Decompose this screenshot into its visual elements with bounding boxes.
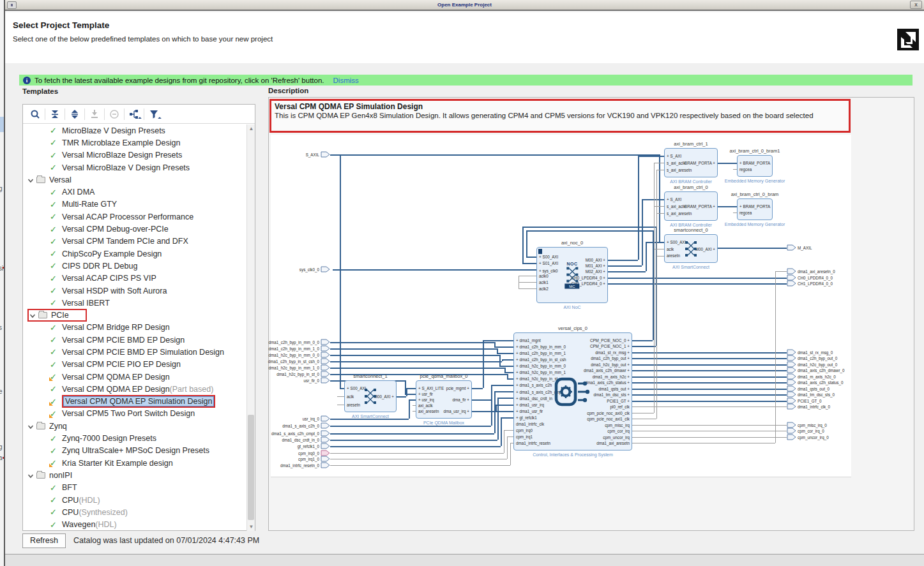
wire-segment — [632, 437, 787, 438]
external-port-m-axil: M_AXIL — [787, 244, 914, 251]
wire-segment — [330, 419, 409, 420]
port-pentagon-icon — [787, 244, 796, 251]
tree-item-kria-starter-kit-example-design[interactable]: ✓Kria Starter Kit Example design — [23, 457, 247, 469]
tree-item-versal-cpm5-two-port-switch-design[interactable]: ✓Versal CPM5 Two Port Switch Design — [23, 408, 247, 420]
block-port: + sys_clk0 — [539, 269, 558, 274]
expand-all-icon[interactable] — [66, 107, 83, 122]
annotation-box: Versal CPM QDMA EP Simulation Design — [62, 395, 215, 408]
tree-item-versal-cpm-tandem-pcie-and-dfx[interactable]: ✓Versal CPM Tandem PCIe and DFX — [23, 235, 247, 248]
wire-segment — [519, 276, 536, 276]
tree-item-versal-cpm-qdma-ep-design[interactable]: ✓Versal CPM QDMA EP Design — [23, 371, 247, 383]
port-pentagon-icon — [321, 345, 330, 352]
tree-item-versal-cpm-pcie-pio-ep-design[interactable]: ✓Versal CPM PCIE PIO EP Design — [23, 359, 247, 371]
wire-segment — [608, 260, 638, 261]
tree-item-label: Versal CPM QDMA EP Simulation Design — [63, 396, 214, 406]
external-port-dma1-axis-c2h-status-0: dma1_axis_c2h_status_0 — [787, 379, 914, 385]
tree-item-zynq-ultrascale-mpsoc-design-presets[interactable]: ✓Zynq UltraScale+ MPSoC Design Presets — [23, 445, 247, 457]
tree-item-versal-cpm-debug-over-pcie[interactable]: ✓Versal CPM Debug-over-PCIe — [23, 223, 247, 235]
check-icon: ✓ — [50, 434, 59, 443]
tree-item-versal-ibert[interactable]: ✓Versal IBERT — [23, 297, 247, 309]
noc-badge-icon — [538, 249, 542, 254]
tree-item-suffix: (Part based) — [170, 385, 214, 394]
tree-folder-nonipi[interactable]: nonIPI — [23, 469, 247, 481]
background-window-sliver: gsisega — [0, 0, 5, 566]
tree-item-versal-hsdp-with-soft-aurora[interactable]: ✓Versal HSDP with Soft Aurora — [23, 285, 247, 297]
tree-item-suffix: (Synthesized) — [79, 508, 127, 517]
tree-item-chipscopy-example-design[interactable]: ✓ChipScoPy Example Design — [23, 248, 247, 260]
download-icon[interactable] — [86, 107, 103, 122]
external-port-dma1-h2c-byp-in-mm-0-0: dma1_h2c_byp_in_mm_0_0 — [216, 352, 330, 358]
tree-item-tmr-microblaze-example-design[interactable]: ✓TMR Microblaze Example Design — [23, 137, 247, 149]
tree-item-versal-cpm-pcie-bmd-ep-simulation-design[interactable]: ✓Versal CPM PCIE BMD EP Simulation Desig… — [23, 346, 247, 358]
search-icon[interactable] — [27, 107, 43, 122]
tree-item-multi-rate-gty[interactable]: ✓Multi-Rate GTY — [23, 198, 247, 211]
tree-item-versal-acap-cips-ps-vip[interactable]: ✓Versal ACAP CIPS PS VIP — [23, 272, 247, 285]
external-port-cpm-uncor-irq-0: cpm_uncor_irq_0 — [787, 434, 914, 440]
chevron-down-icon[interactable] — [27, 472, 34, 479]
folder-icon — [36, 423, 45, 429]
block-port: + dma1_c2h_byp_in_st_csh — [516, 357, 566, 362]
block-port: aclk — [667, 247, 674, 252]
wire-segment — [497, 398, 513, 399]
port-pentagon-icon — [321, 377, 330, 384]
wire-segment — [654, 163, 664, 163]
external-port-dma1-c2h-byp-out-0: dma1_c2h_byp_out_0 — [787, 355, 914, 361]
close-icon[interactable]: x — [910, 1, 922, 9]
external-port-cpm-cor-irq-0: cpm_cor_irq_0 — [787, 428, 914, 434]
external-port-label: dma1_h2c_byp_in_st_0 — [276, 372, 319, 376]
collapse-all-icon[interactable] — [47, 107, 63, 122]
dismiss-link[interactable]: Dismiss — [333, 77, 359, 84]
tree-item-versal-microblaze-design-presets[interactable]: ✓Versal MicroBlaze Design Presets — [23, 149, 247, 161]
tree-item-bft[interactable]: ✓BFT — [23, 482, 247, 494]
refresh-button[interactable]: Refresh — [22, 533, 66, 548]
wire-segment — [330, 459, 507, 459]
tree-scrollbar[interactable]: ▲ ▼ — [246, 124, 255, 531]
filter-icon[interactable] — [146, 107, 162, 122]
tree-item-suffix: (HDL) — [95, 520, 116, 529]
tree-item-versal-cpm-pcie-bmd-ep-design[interactable]: ✓Versal CPM PCIE BMD EP Design — [23, 334, 247, 346]
wire-segment — [632, 401, 787, 402]
tree-item-cpu[interactable]: ✓CPU (Synthesized) — [23, 506, 247, 518]
chevron-down-icon[interactable] — [29, 312, 36, 318]
external-port-label: cpm_misc_irq_0 — [798, 423, 827, 428]
chevron-down-icon[interactable] — [27, 423, 34, 429]
tree-item-axi-dma[interactable]: ✓AXI DMA — [23, 186, 247, 198]
tree-item-cips-ddr-pl-debug[interactable]: ✓CIPS DDR PL Debug — [23, 260, 247, 272]
title-bar: Open Example Project x — [5, 0, 924, 11]
folder-icon — [36, 472, 45, 479]
tree-item-label: Versal HSDP with Soft Aurora — [62, 287, 167, 295]
tree-item-versal-cpm-qdma-ep-simulation-design[interactable]: ✓Versal CPM QDMA EP Simulation Design — [23, 396, 247, 408]
wire-segment — [659, 199, 664, 200]
tree-item-zynq-7000-design-presets[interactable]: ✓Zynq-7000 Design Presets — [23, 432, 247, 444]
tree-folder-zynq[interactable]: Zynq — [23, 420, 247, 432]
tree-item-microblaze-v-design-presets[interactable]: ✓MicroBlaze V Design Presets — [23, 124, 247, 137]
wire-segment — [519, 282, 536, 283]
external-port-label: dma1_axis_c2h_status_0 — [798, 380, 843, 385]
tree-folder-pcie[interactable]: PCIe — [23, 309, 247, 321]
tree-item-label: Versal ACAP CIPS PS VIP — [62, 274, 156, 283]
wire-segment — [656, 256, 664, 257]
tree-item-versal-cpm-qdma-ep-design[interactable]: ✓Versal CPM QDMA EP Design (Part based) — [23, 383, 247, 395]
check-icon: ✓ — [50, 298, 59, 308]
tree-item-label: MicroBlaze V Design Presets — [62, 126, 165, 135]
remove-icon[interactable] — [106, 107, 123, 122]
tree-item-wavegen[interactable]: ✓Wavegen (HDL) — [23, 519, 247, 531]
tree-item-versal-microblaze-v-design-presets[interactable]: ✓Versal MicroBlaze V Design Presets — [23, 161, 247, 174]
tree-folder-versal[interactable]: Versal — [23, 174, 247, 186]
wire-segment — [632, 443, 775, 443]
tree-item-versal-acap-processor-performance[interactable]: ✓Versal ACAP Processor Performance — [23, 211, 247, 223]
scroll-up-icon[interactable]: ▲ — [247, 124, 255, 133]
hierarchy-icon[interactable] — [126, 107, 142, 122]
smartconnect-crossbar-icon — [684, 241, 698, 257]
catalog-status: Catalog was last updated on 07/01/2024 4… — [73, 536, 259, 545]
tree-item-versal-cpm-bridge-rp-design[interactable]: ✓Versal CPM Bridge RP Design — [23, 322, 247, 334]
chevron-down-icon[interactable] — [27, 177, 34, 183]
block-port: dma_usr_irq + — [444, 409, 469, 414]
scroll-down-icon[interactable]: ▼ — [247, 523, 255, 531]
tree-item-label: Versal MicroBlaze V Design Presets — [62, 163, 190, 172]
tree-item-cpu[interactable]: ✓CPU (HDL) — [23, 494, 247, 506]
wire-segment — [632, 413, 654, 413]
check-icon: ✓ — [50, 188, 59, 197]
block-port: M00_AXI + — [695, 247, 715, 252]
info-banner: i To fetch the latest available example … — [19, 75, 913, 86]
